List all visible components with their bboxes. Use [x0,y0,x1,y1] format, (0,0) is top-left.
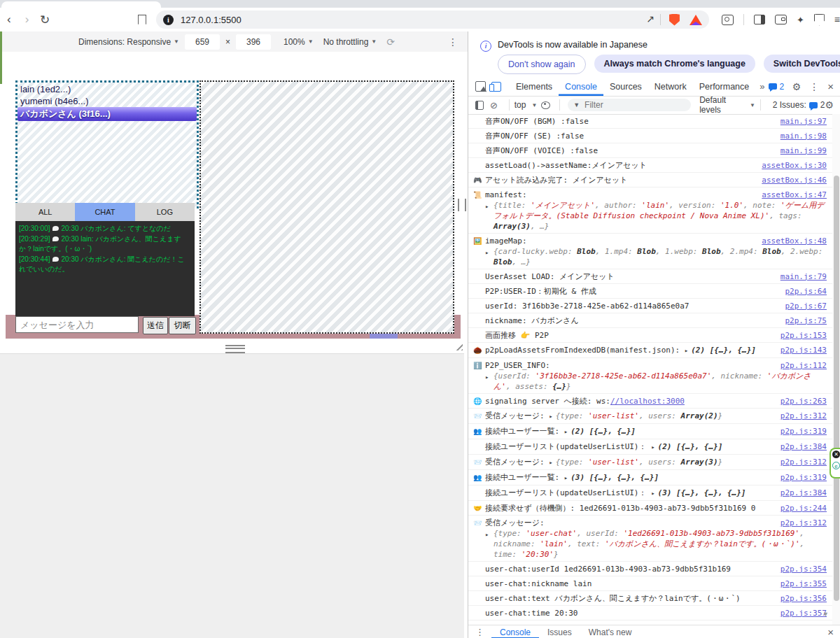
console-source-link[interactable]: p2p.js:312 [780,518,827,528]
site-info-icon[interactable]: i [163,15,174,25]
chat-tab-all[interactable]: ALL [15,203,75,221]
throttling-select[interactable]: No throttling [323,37,369,47]
console-source-link[interactable]: p2p.js:153 [780,330,827,341]
browser-tab[interactable] [1,1,161,8]
tab-console[interactable]: Console [559,77,603,96]
expand-triangle-icon[interactable]: ▸ [651,444,657,451]
wallet-icon[interactable] [775,15,787,24]
console-filter[interactable]: ▼ [568,99,691,111]
device-toolbar-menu-icon[interactable]: ⋮ [448,36,458,48]
dimensions-select[interactable]: Dimensions: Responsive [78,37,171,47]
disconnect-button[interactable]: 切断 [169,317,196,334]
devtools-close-icon[interactable]: × [827,80,834,92]
console-source-link[interactable]: p2p.js:355 [780,579,827,589]
console-source-link[interactable]: p2p.js:384 [780,488,827,498]
search-tabs-icon[interactable] [722,15,734,25]
console-source-link[interactable]: p2p.js:356 [780,593,827,604]
console-source-link[interactable]: p2p.js:75 [785,316,827,326]
viewport-height-input[interactable] [236,34,271,50]
user-list-item[interactable]: バカボンさん (3f16...) [18,107,197,121]
leo-ai-icon[interactable]: ✦ [797,15,804,25]
devtools-menu-icon[interactable]: ⋮ [809,81,819,92]
expand-triangle-icon[interactable]: ▸ [549,413,555,420]
drawer-tab-console[interactable]: Console [491,625,539,638]
drawer-menu-icon[interactable]: ⋮ [475,627,484,637]
tab-sources[interactable]: Sources [603,77,648,96]
more-tabs-icon[interactable]: » [760,81,764,92]
user-list-item[interactable]: yumemi (b4e6...) [18,95,197,107]
zoom-select[interactable]: 100% [284,37,305,47]
overlay-extension-icon[interactable]: e [832,462,840,469]
tab-network[interactable]: Network [648,77,693,96]
console-source-link[interactable]: p2p.js:357 [780,608,827,618]
forward-button[interactable]: › [18,13,36,27]
bookmark-icon[interactable] [138,15,146,24]
console-link[interactable]: //localhost:3000 [610,397,685,406]
brave-rewards-icon[interactable] [690,15,702,25]
expand-triangle-icon[interactable]: ▸ [564,428,570,435]
expand-triangle-icon[interactable]: ▸ [485,201,491,212]
inspect-element-icon[interactable] [475,81,486,92]
expand-triangle-icon[interactable]: ▸ [485,248,491,258]
stage-scrollbar-thumb[interactable] [370,334,398,339]
console-source-link[interactable]: p2p.js:312 [780,457,827,467]
console-scrollbar[interactable] [832,114,840,625]
console-source-link[interactable]: p2p.js:312 [780,411,827,421]
console-source-link[interactable]: p2p.js:263 [780,396,827,406]
drawer-tab-issues[interactable]: Issues [539,625,580,638]
scrollbar-thumb[interactable] [834,176,839,601]
rotate-icon[interactable]: ⟳ [386,36,395,48]
issues-counter[interactable]: 2 Issues: 2 [773,100,825,110]
console-source-link[interactable]: assetBox.js:30 [762,160,827,171]
vpn-shield-icon[interactable] [814,14,825,26]
expand-triangle-icon[interactable]: ▸ [564,474,570,481]
console-source-link[interactable]: p2p.js:64 [785,286,827,297]
share-icon[interactable]: ↗ [646,13,654,24]
console-source-link[interactable]: p2p.js:319 [780,472,827,483]
match-chrome-language-button[interactable]: Always match Chrome's language [594,55,755,73]
clear-console-icon[interactable]: ⊘ [490,100,498,111]
chat-tab-chat[interactable]: CHAT [75,203,134,221]
console-source-link[interactable]: assetBox.js:47 [762,190,827,200]
viewport-resize-handle-right[interactable] [458,199,466,211]
drawer-close-icon[interactable]: × [827,626,834,638]
console-source-link[interactable]: p2p.js:244 [780,503,827,513]
drawer-tab-what-s-new[interactable]: What's new [580,625,640,638]
console-source-link[interactable]: assetBox.js:48 [762,236,827,246]
dont-show-again-button[interactable]: Don't show again [498,55,586,74]
address-bar[interactable]: i 127.0.0.1:5500 ↗ [156,10,709,29]
menu-icon[interactable]: ≡ [834,14,840,25]
viewport-resize-handle-bottom[interactable] [225,345,245,353]
console-source-link[interactable]: main.js:99 [780,146,827,156]
expand-triangle-icon[interactable]: ▸ [651,490,657,497]
console-source-link[interactable]: p2p.js:143 [780,345,827,355]
console-source-link[interactable]: main.js:79 [780,271,827,282]
url-text[interactable]: 127.0.0.1:5500 [181,15,646,25]
console-source-link[interactable]: main.js:98 [780,131,827,141]
viewport-width-input[interactable] [185,34,220,50]
send-button[interactable]: 送信 [143,317,168,334]
user-list-item[interactable]: lain (1ed2...) [18,83,197,95]
chat-tab-log[interactable]: LOG [135,203,195,221]
live-expression-eye-icon[interactable] [541,101,550,109]
expand-triangle-icon[interactable]: ▸ [485,530,491,540]
back-button[interactable]: ‹ [0,13,18,27]
filter-input[interactable] [583,99,656,111]
device-toolbar-toggle-icon[interactable] [491,82,501,92]
console-source-link[interactable]: p2p.js:319 [780,426,827,437]
expand-triangle-icon[interactable]: ▸ [549,459,555,466]
scroll-to-bottom-icon[interactable]: ▼ [822,611,829,618]
issues-tab-badge[interactable]: 2 [769,82,784,92]
settings-gear-icon[interactable]: ⚙ [792,81,802,92]
sidebar-icon[interactable] [754,15,765,24]
console-source-link[interactable]: assetBox.js:46 [762,175,827,185]
expand-triangle-icon[interactable]: ▸ [485,372,491,383]
execution-context-select[interactable]: top▼ [514,100,538,110]
switch-to-japanese-button[interactable]: Switch DevTools to Japanese [764,55,840,73]
reload-button[interactable]: ↻ [36,13,54,27]
console-source-link[interactable]: p2p.js:112 [780,360,827,371]
expand-triangle-icon[interactable]: ▸ [685,347,691,354]
console-source-link[interactable]: main.js:97 [780,116,827,127]
tab-elements[interactable]: Elements [510,77,559,96]
log-levels-select[interactable]: Default levels▼ [699,95,755,115]
